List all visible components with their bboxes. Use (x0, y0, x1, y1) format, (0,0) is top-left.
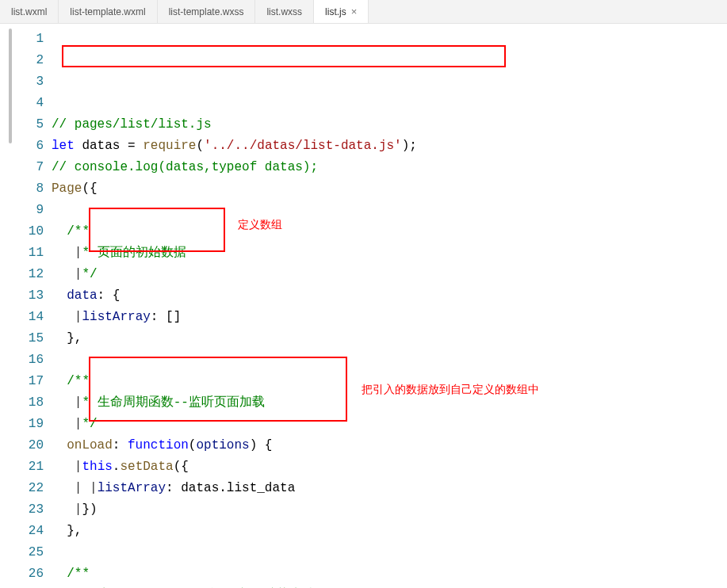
tab-label: list-template.wxml (70, 6, 145, 17)
line-number: 21 (0, 456, 44, 478)
code-line[interactable]: /** (52, 221, 727, 242)
code-line[interactable]: |* 页面的初始数据 (52, 242, 727, 264)
code-line[interactable]: /** (52, 563, 727, 585)
line-number-gutter: 1234567891011121314151617181920212223242… (0, 24, 52, 588)
line-number: 2 (0, 50, 44, 71)
tab-list-js[interactable]: list.js× (314, 0, 369, 23)
line-number: 8 (0, 178, 44, 200)
line-number: 18 (0, 392, 44, 414)
annotation-box-1 (62, 45, 506, 67)
tab-label: list.wxml (11, 6, 47, 17)
line-number: 11 (0, 242, 44, 264)
line-number: 10 (0, 221, 44, 242)
line-number: 5 (0, 114, 44, 136)
code-line[interactable]: | |listArray: datas.list_data (52, 478, 727, 499)
line-number: 23 (0, 499, 44, 521)
code-line[interactable]: |* 生命周期函数--监听页面加载 (52, 392, 727, 414)
line-number: 24 (0, 521, 44, 542)
code-line[interactable] (52, 542, 727, 563)
code-line[interactable]: // pages/list/list.js (52, 114, 727, 136)
code-line[interactable] (52, 200, 727, 221)
code-line[interactable]: }, (52, 328, 727, 349)
scrollbar-thumb[interactable] (9, 29, 12, 143)
line-number: 7 (0, 157, 44, 178)
editor-window: list.wxmllist-template.wxmllist-template… (0, 0, 727, 588)
line-number: 13 (0, 285, 44, 307)
line-number: 25 (0, 542, 44, 563)
line-number: 4 (0, 93, 44, 114)
code-line[interactable]: // console.log(datas,typeof datas); (52, 157, 727, 178)
tab-label: list.wxss (266, 6, 302, 17)
line-number: 3 (0, 71, 44, 93)
tab-label: list-template.wxss (169, 6, 244, 17)
tab-list-wxss[interactable]: list.wxss (255, 0, 314, 23)
code-line[interactable]: onLoad: function(options) { (52, 435, 727, 456)
code-line[interactable]: Page({ (52, 178, 727, 200)
code-line[interactable]: /** (52, 371, 727, 392)
tab-list-template-wxss[interactable]: list-template.wxss (158, 0, 256, 23)
line-number: 16 (0, 349, 44, 371)
line-number: 20 (0, 435, 44, 456)
code-editor[interactable]: 1234567891011121314151617181920212223242… (0, 24, 727, 588)
line-number: 14 (0, 307, 44, 328)
tab-list-wxml[interactable]: list.wxml (0, 0, 59, 23)
line-number: 19 (0, 414, 44, 435)
tab-bar: list.wxmllist-template.wxmllist-template… (0, 0, 727, 24)
code-line[interactable]: |*/ (52, 414, 727, 435)
code-line[interactable]: let datas = require('../../datas/list-da… (52, 136, 727, 157)
tab-label: list.js (325, 6, 346, 17)
line-number: 9 (0, 200, 44, 221)
code-line[interactable]: |}) (52, 499, 727, 521)
code-line[interactable]: |listArray: [] (52, 307, 727, 328)
line-number: 17 (0, 371, 44, 392)
code-line[interactable]: |*/ (52, 264, 727, 285)
line-number: 15 (0, 328, 44, 349)
line-number: 26 (0, 563, 44, 585)
line-number: 22 (0, 478, 44, 499)
line-number: 1 (0, 29, 44, 50)
code-line[interactable]: data: { (52, 285, 727, 307)
code-line[interactable] (52, 349, 727, 371)
code-area[interactable]: // pages/list/list.jslet datas = require… (52, 24, 727, 588)
code-line[interactable]: |* 生命周期函数--监听页面初次渲染完成 (52, 585, 727, 588)
close-icon[interactable]: × (351, 6, 358, 17)
code-line[interactable]: |this.setData({ (52, 456, 727, 478)
line-number: 12 (0, 264, 44, 285)
code-line[interactable]: }, (52, 521, 727, 542)
tab-list-template-wxml[interactable]: list-template.wxml (59, 0, 157, 23)
line-number: 6 (0, 136, 44, 157)
